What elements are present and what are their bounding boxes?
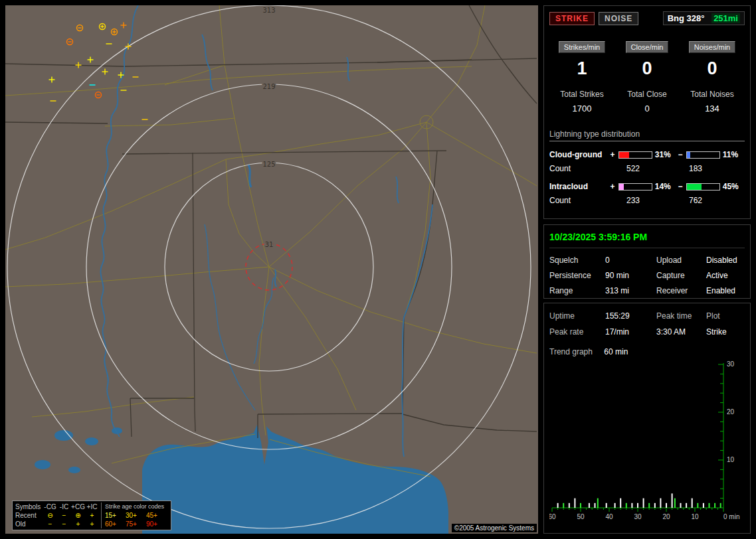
cg-plus-pct: 31% xyxy=(655,150,677,159)
ic-minus-bar xyxy=(686,183,720,191)
age-30: 30+ xyxy=(126,511,146,520)
total-strikes-value: 1700 xyxy=(549,104,614,114)
datetime: 10/23/2025 3:59:16 PM xyxy=(549,230,745,248)
old-ncg-icon: − xyxy=(43,520,57,528)
noises-per-min: Noises/min 0 xyxy=(680,41,745,79)
age-60: 60+ xyxy=(105,520,126,528)
age-15: 15+ xyxy=(105,511,126,520)
close-per-min-value: 0 xyxy=(614,58,680,79)
old-pcg-icon: + xyxy=(71,520,85,528)
trend-graph: 1020306050403020100 min xyxy=(549,360,747,524)
noise-button[interactable]: NOISE xyxy=(599,12,638,25)
control-panel: STRIKE NOISE Bng 328° 251mi Strikes/min … xyxy=(543,5,751,534)
total-noises-value: 134 xyxy=(680,104,745,114)
svg-text:10: 10 xyxy=(727,456,735,463)
ic-plus-count: 233 xyxy=(617,196,682,205)
peak-rate-label: Peak rate xyxy=(549,327,605,337)
recent-nic-icon: − xyxy=(57,511,71,520)
bearing-display: Bng 328° 251mi xyxy=(663,11,745,25)
total-close: Total Close 0 xyxy=(614,90,680,114)
cloud-ground-row: Cloud-ground + 31% − 11% xyxy=(549,150,745,159)
legend-old-label: Old xyxy=(15,520,43,528)
legend-symbols-title: Symbols xyxy=(15,502,43,511)
uptime-label: Uptime xyxy=(549,311,605,321)
persistence-label: Persistence xyxy=(549,271,605,280)
distribution-title: Lightning type distribution xyxy=(549,129,745,141)
noises-per-min-value: 0 xyxy=(680,58,745,79)
recent-pcg-icon: ⊕ xyxy=(71,511,85,520)
strikes-per-min-button[interactable]: Strikes/min xyxy=(559,41,605,53)
trend-box: Uptime 155:29 Peak time Plot Peak rate 1… xyxy=(543,303,751,534)
intracloud-count-row: Count 233 762 xyxy=(549,196,745,205)
age-90: 90+ xyxy=(146,520,167,528)
legend-header-nic: -IC xyxy=(57,502,71,511)
old-pic-icon: + xyxy=(85,520,99,528)
cloud-ground-count-row: Count 522 183 xyxy=(549,164,745,173)
legend-header-pcg: +CG xyxy=(71,502,85,511)
uptime-value: 155:29 xyxy=(605,311,656,321)
cg-minus-count: 183 xyxy=(682,164,702,173)
svg-text:10: 10 xyxy=(691,513,699,520)
copyright-text: ©2005 Astrogenic Systems xyxy=(452,524,537,532)
symbols-legend: Symbols -CG -IC +CG +IC Strike age color… xyxy=(12,501,171,530)
total-close-value: 0 xyxy=(614,104,680,114)
ring-label-313: 313 xyxy=(262,7,275,14)
svg-text:20: 20 xyxy=(727,408,735,416)
settings-box: 10/23/2025 3:59:16 PM Squelch 0 Upload D… xyxy=(543,224,751,299)
age-75: 75+ xyxy=(126,520,146,528)
total-strikes: Total Strikes 1700 xyxy=(549,90,614,114)
old-nic-icon: − xyxy=(57,520,71,528)
map-svg[interactable]: 313 219 125 31 xyxy=(5,5,538,534)
receiver-label: Receiver xyxy=(656,286,706,295)
squelch-label: Squelch xyxy=(549,256,605,265)
svg-text:60: 60 xyxy=(549,513,556,520)
strike-stats-box: STRIKE NOISE Bng 328° 251mi Strikes/min … xyxy=(543,5,751,219)
svg-text:30: 30 xyxy=(634,513,642,520)
cg-minus-pct: 11% xyxy=(723,150,745,159)
strikes-per-min-value: 1 xyxy=(549,58,614,79)
bearing-label: Bng 328° xyxy=(668,13,705,23)
receiver-status: Enabled xyxy=(706,286,745,295)
ic-plus-pct: 14% xyxy=(655,182,677,191)
persistence-value: 90 min xyxy=(605,271,656,280)
peak-time-label: Peak time xyxy=(656,311,706,321)
svg-text:30: 30 xyxy=(727,360,735,368)
squelch-value: 0 xyxy=(605,256,656,265)
cg-plus-count: 522 xyxy=(617,164,682,173)
ring-label-219: 219 xyxy=(262,83,275,90)
capture-label: Capture xyxy=(656,271,706,280)
legend-header-pic: +IC xyxy=(85,502,99,511)
trend-window-value: 60 min xyxy=(604,347,628,356)
app-window: 313 219 125 31 Symbols -CG -IC +CG +IC S… xyxy=(0,0,756,539)
total-noises: Total Noises 134 xyxy=(680,90,745,114)
ic-minus-count: 762 xyxy=(682,196,702,205)
recent-ncg-icon: ⊖ xyxy=(43,511,57,520)
lightning-map[interactable]: 313 219 125 31 Symbols -CG -IC +CG +IC S… xyxy=(5,5,538,534)
close-per-min: Close/min 0 xyxy=(614,41,680,79)
range-value: 313 mi xyxy=(605,286,656,295)
bearing-distance: 251mi xyxy=(711,13,740,23)
intracloud-row: Intracloud + 14% − 45% xyxy=(549,182,745,191)
ring-label-31: 31 xyxy=(265,241,274,248)
recent-pic-icon: + xyxy=(85,511,99,520)
noises-per-min-button[interactable]: Noises/min xyxy=(689,41,735,53)
ring-label-125: 125 xyxy=(262,161,275,168)
legend-age-title: Strike age color codes xyxy=(105,502,164,511)
plot-label: Plot xyxy=(706,311,745,321)
peak-time-value: 3:30 AM xyxy=(656,327,706,337)
cg-plus-bar xyxy=(618,151,652,159)
svg-text:40: 40 xyxy=(605,513,613,520)
strike-button[interactable]: STRIKE xyxy=(549,12,595,25)
svg-text:0 min: 0 min xyxy=(723,513,739,520)
range-label: Range xyxy=(549,286,605,295)
age-45: 45+ xyxy=(146,511,167,520)
trend-graph-label: Trend graph xyxy=(549,347,593,356)
capture-status: Active xyxy=(706,271,745,280)
upload-label: Upload xyxy=(656,256,706,265)
ic-minus-pct: 45% xyxy=(723,182,745,191)
strikes-per-min: Strikes/min 1 xyxy=(549,41,614,79)
close-per-min-button[interactable]: Close/min xyxy=(626,41,669,53)
legend-recent-label: Recent xyxy=(15,511,43,520)
upload-status: Disabled xyxy=(706,256,745,265)
peak-rate-value: 17/min xyxy=(605,327,656,337)
